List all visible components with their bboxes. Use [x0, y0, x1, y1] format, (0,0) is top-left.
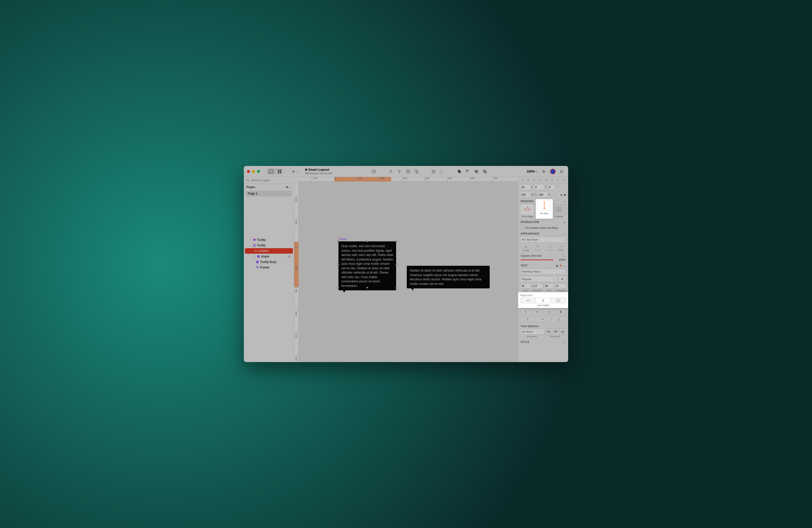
lock-icon[interactable]: ⇋	[535, 193, 537, 196]
font-weight-select[interactable]: Regular⌃⌄	[520, 276, 557, 282]
distribute-h-icon[interactable]: ≡	[555, 178, 561, 182]
flip-h-icon[interactable]: ▲	[560, 193, 563, 196]
sidebar-view-toggle[interactable]	[267, 168, 284, 175]
align-right-button[interactable]: ≡	[544, 309, 554, 315]
ungroup-icon[interactable]	[414, 169, 419, 174]
avatar[interactable]	[550, 169, 555, 174]
create-style-button[interactable]: ＋Create	[523, 245, 530, 252]
font-options-button[interactable]: B	[559, 276, 566, 282]
valign-top-button[interactable]: ⊤	[520, 316, 535, 322]
chevron-down-icon[interactable]: ⌄	[564, 341, 566, 343]
fix-position-checkbox[interactable]: Fix position when scrolling	[518, 225, 568, 231]
layer-tooltip-2[interactable]: ⌄ Tooltip	[244, 243, 294, 248]
chevron-right-icon[interactable]: ›	[248, 238, 252, 242]
x-field[interactable]	[520, 184, 531, 190]
svg-point-41	[559, 211, 559, 212]
flip-v-icon[interactable]: ▶	[564, 193, 566, 196]
font-family-select[interactable]: Helvetica Neue⌄	[520, 269, 566, 274]
chevron-down-icon[interactable]: ⌄	[248, 244, 252, 247]
valign-middle-button[interactable]: ⊢	[536, 316, 550, 322]
scale-icon[interactable]: ⌄	[440, 169, 445, 174]
line-height-field[interactable]	[544, 283, 554, 289]
auto-width-option[interactable]: A	[520, 298, 536, 303]
layer-shape[interactable]: ⌄ shape ⧉	[244, 254, 294, 259]
y-field[interactable]	[534, 184, 545, 190]
union-icon[interactable]	[457, 169, 462, 174]
fixed-size-option[interactable]	[551, 298, 566, 303]
transform-upper[interactable]: AA	[552, 329, 559, 334]
align-bottom-icon[interactable]: ⤓	[549, 178, 555, 182]
svg-rect-17	[484, 171, 486, 172]
zoom-level[interactable]: 100%⌄	[527, 170, 538, 173]
ruler-vertical: -200 -100 0 100 200 300 400 500	[294, 182, 299, 362]
text-style-select[interactable]: No Text Style⌄	[520, 237, 566, 243]
chevron-down-icon[interactable]: ⌄	[564, 264, 566, 267]
text-layers-icon[interactable]: ◈	[556, 264, 559, 267]
align-center-h-icon[interactable]: ⇔	[526, 178, 531, 182]
notifications-icon[interactable]	[559, 169, 564, 174]
forward-icon[interactable]	[388, 169, 393, 174]
group-icon[interactable]	[406, 169, 410, 174]
text-settings-icon[interactable]: ⚙	[560, 264, 562, 267]
transform-lower[interactable]: aa	[559, 329, 566, 334]
tooltip-selected[interactable]: Duis mollis, est non commodo luctus, nis…	[338, 241, 396, 290]
h-field[interactable]	[537, 192, 548, 197]
align-top-icon[interactable]: ⤒	[537, 178, 543, 182]
align-center-v-icon[interactable]: ⇕	[543, 178, 549, 182]
align-right-icon[interactable]: ⤢	[532, 178, 537, 182]
chevron-down-icon[interactable]: ⌄	[564, 232, 566, 235]
auto-height-option[interactable]: A	[536, 298, 551, 303]
transform-segment[interactable]: Aa AA aa	[545, 329, 566, 334]
fix-size-icon	[541, 202, 547, 209]
close-icon[interactable]	[247, 170, 250, 173]
valign-bottom-button[interactable]: ⊥	[552, 316, 566, 322]
text-behavior-segment[interactable]: A A	[520, 298, 566, 303]
intersect-icon[interactable]	[474, 169, 479, 174]
chevron-down-icon[interactable]: ⌄	[564, 200, 566, 203]
font-size-field[interactable]	[520, 283, 531, 289]
create-symbol-icon[interactable]	[371, 169, 376, 174]
layers-view-button[interactable]	[267, 169, 275, 174]
add-page-icon[interactable]: ⊕ ⌄	[286, 185, 291, 189]
play-icon[interactable]	[541, 169, 547, 174]
angle-field[interactable]	[548, 184, 555, 190]
difference-icon[interactable]	[482, 169, 488, 174]
layer-tooltip-1[interactable]: › Tooltip	[244, 237, 294, 243]
align-left-icon[interactable]: ⤡	[520, 178, 525, 182]
align-left-button[interactable]: ≡	[520, 309, 531, 315]
chevron-down-icon[interactable]: ⌄	[252, 255, 256, 258]
layer-pointer[interactable]: Pointer	[244, 265, 294, 270]
minimize-icon[interactable]	[252, 170, 255, 173]
tooltip-instance[interactable]: Nullam id dolor id nibh ultricies vehicu…	[407, 266, 490, 288]
canvas-area[interactable]: -100 0 100 200 300 400 500 600 700 -200 …	[294, 177, 518, 362]
opacity-slider[interactable]	[521, 259, 556, 260]
svg-rect-3	[415, 170, 417, 172]
pin-to-edge-option[interactable]	[520, 204, 535, 215]
distribute-v-icon[interactable]: ⫴	[561, 178, 567, 182]
svg-point-34	[557, 208, 557, 208]
page-item[interactable]: Page 1	[246, 191, 292, 196]
svg-line-19	[248, 181, 249, 182]
more-style-button[interactable]: ⋯More	[559, 245, 564, 252]
backward-icon[interactable]	[397, 169, 402, 174]
artboard-label[interactable]: Tooltip	[338, 237, 346, 240]
layer-content[interactable]: Aa content	[245, 248, 293, 254]
add-interaction-icon[interactable]: ＋	[563, 221, 566, 224]
align-center-button[interactable]: ≡	[532, 309, 543, 315]
zoom-icon[interactable]	[257, 170, 260, 173]
components-view-button[interactable]	[276, 169, 283, 174]
edit-icon[interactable]: A	[431, 169, 436, 174]
transform-none[interactable]: Aa	[546, 329, 553, 334]
subtract-icon[interactable]	[465, 169, 470, 174]
w-field[interactable]	[520, 192, 531, 197]
document-title[interactable]: Smart Layout Workspace Document	[305, 168, 332, 174]
canvas[interactable]: Tooltip Duis mollis, est non commodo luc…	[299, 182, 518, 362]
character-spacing-field[interactable]	[532, 283, 543, 289]
search-input[interactable]: Search Layers	[244, 177, 294, 184]
layer-tooltip-body[interactable]: Tooltip-Body	[244, 259, 294, 265]
insert-button[interactable]: ＋⌄	[291, 168, 299, 175]
decoration-select[interactable]: Aa None⌃⌄	[520, 329, 544, 335]
paragraph-spacing-field[interactable]	[555, 283, 566, 289]
align-justify-button[interactable]: ≣	[555, 309, 566, 315]
preview-option[interactable]	[552, 204, 566, 215]
